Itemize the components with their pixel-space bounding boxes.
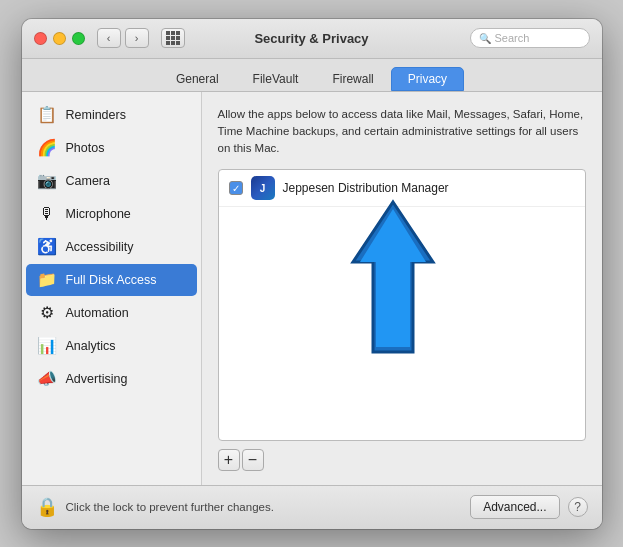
- sidebar-item-analytics[interactable]: 📊 Analytics: [26, 330, 197, 362]
- automation-icon: ⚙: [36, 302, 58, 324]
- svg-rect-1: [171, 31, 175, 35]
- sidebar: 📋 Reminders 🌈 Photos 📷 Camera 🎙 Micropho…: [22, 92, 202, 485]
- photos-icon: 🌈: [36, 137, 58, 159]
- lock-icon[interactable]: 🔒: [36, 496, 58, 518]
- camera-icon: 📷: [36, 170, 58, 192]
- nav-buttons: ‹ ›: [97, 28, 149, 48]
- sidebar-item-label: Camera: [66, 174, 110, 188]
- reminders-icon: 📋: [36, 104, 58, 126]
- add-button[interactable]: +: [218, 449, 240, 471]
- arrow-indicator: [348, 197, 438, 357]
- svg-marker-10: [360, 209, 426, 347]
- sidebar-item-label: Reminders: [66, 108, 126, 122]
- svg-rect-4: [171, 36, 175, 40]
- content-area: 📋 Reminders 🌈 Photos 📷 Camera 🎙 Micropho…: [22, 92, 602, 485]
- svg-rect-2: [176, 31, 180, 35]
- sidebar-item-photos[interactable]: 🌈 Photos: [26, 132, 197, 164]
- description-text: Allow the apps below to access data like…: [218, 106, 586, 158]
- sidebar-item-label: Accessibility: [66, 240, 134, 254]
- sidebar-item-label: Photos: [66, 141, 105, 155]
- sidebar-item-automation[interactable]: ⚙ Automation: [26, 297, 197, 329]
- svg-rect-3: [166, 36, 170, 40]
- advanced-button[interactable]: Advanced...: [470, 495, 559, 519]
- bottom-bar: 🔒 Click the lock to prevent further chan…: [22, 485, 602, 529]
- sidebar-item-reminders[interactable]: 📋 Reminders: [26, 99, 197, 131]
- traffic-lights: [34, 32, 85, 45]
- main-window: ‹ › Security & Privacy 🔍 Search General …: [22, 19, 602, 529]
- sidebar-item-camera[interactable]: 📷 Camera: [26, 165, 197, 197]
- fulldisk-icon: 📁: [36, 269, 58, 291]
- tab-general[interactable]: General: [159, 67, 236, 91]
- app-list-box: ✓ J Jeppesen Distribution Manager: [218, 169, 586, 440]
- svg-rect-0: [166, 31, 170, 35]
- app-name: Jeppesen Distribution Manager: [283, 181, 449, 195]
- remove-button[interactable]: −: [242, 449, 264, 471]
- help-button[interactable]: ?: [568, 497, 588, 517]
- tab-filevault[interactable]: FileVault: [236, 67, 316, 91]
- analytics-icon: 📊: [36, 335, 58, 357]
- main-content: Allow the apps below to access data like…: [202, 92, 602, 485]
- list-controls: + −: [218, 449, 586, 471]
- forward-button[interactable]: ›: [125, 28, 149, 48]
- microphone-icon: 🎙: [36, 203, 58, 225]
- app-checkbox[interactable]: ✓: [229, 181, 243, 195]
- svg-rect-5: [176, 36, 180, 40]
- search-box[interactable]: 🔍 Search: [470, 28, 590, 48]
- grid-button[interactable]: [161, 28, 185, 48]
- sidebar-item-microphone[interactable]: 🎙 Microphone: [26, 198, 197, 230]
- svg-rect-8: [176, 41, 180, 45]
- tab-firewall[interactable]: Firewall: [315, 67, 390, 91]
- back-button[interactable]: ‹: [97, 28, 121, 48]
- sidebar-item-label: Automation: [66, 306, 129, 320]
- jeppesen-app-icon: J: [251, 176, 275, 200]
- search-placeholder: Search: [495, 32, 530, 44]
- minimize-button[interactable]: [53, 32, 66, 45]
- svg-rect-7: [171, 41, 175, 45]
- sidebar-item-fulldiskaccess[interactable]: 📁 Full Disk Access: [26, 264, 197, 296]
- close-button[interactable]: [34, 32, 47, 45]
- sidebar-item-accessibility[interactable]: ♿ Accessibility: [26, 231, 197, 263]
- search-icon: 🔍: [479, 33, 491, 44]
- svg-rect-6: [166, 41, 170, 45]
- tabs-bar: General FileVault Firewall Privacy: [22, 59, 602, 92]
- window-title: Security & Privacy: [254, 31, 368, 46]
- sidebar-item-label: Full Disk Access: [66, 273, 157, 287]
- lock-text: Click the lock to prevent further change…: [66, 501, 463, 513]
- tab-privacy[interactable]: Privacy: [391, 67, 464, 91]
- sidebar-item-label: Advertising: [66, 372, 128, 386]
- sidebar-item-label: Analytics: [66, 339, 116, 353]
- titlebar: ‹ › Security & Privacy 🔍 Search: [22, 19, 602, 59]
- advertising-icon: 📣: [36, 368, 58, 390]
- maximize-button[interactable]: [72, 32, 85, 45]
- accessibility-icon: ♿: [36, 236, 58, 258]
- sidebar-item-advertising[interactable]: 📣 Advertising: [26, 363, 197, 395]
- sidebar-item-label: Microphone: [66, 207, 131, 221]
